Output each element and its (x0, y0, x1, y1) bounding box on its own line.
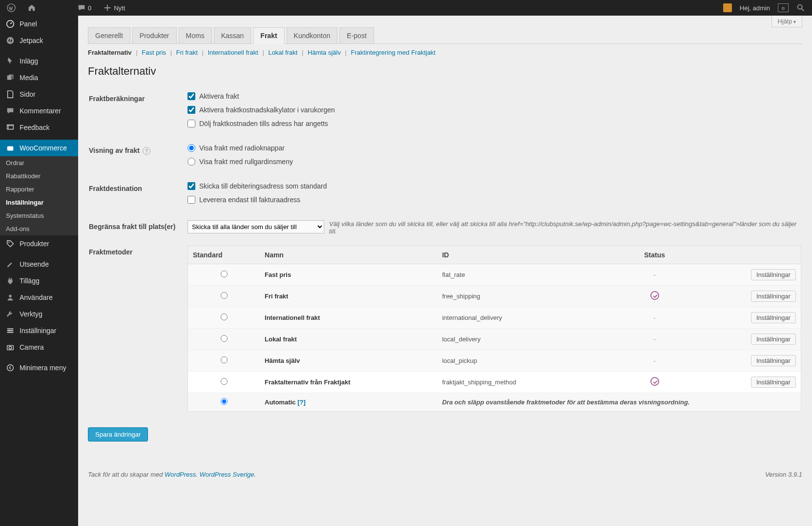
sliders-icon (6, 326, 15, 335)
alert-box[interactable] (723, 3, 732, 12)
adminbar: 0 Nytt Hej, admin ⎋ (0, 0, 812, 16)
radio-std-auto[interactable] (221, 398, 228, 405)
method-id: local_delivery (437, 329, 614, 350)
collapse-icon (6, 363, 15, 372)
method-id: flat_rate (437, 264, 614, 286)
sidebar-item-comments[interactable]: Kommentarer (0, 103, 78, 119)
subtab-internationell[interactable]: Internationell frakt (208, 49, 258, 56)
sidebar-item-pages[interactable]: Sidor (0, 86, 78, 103)
link-wordpress[interactable]: WordPress (165, 471, 196, 478)
sidebar-item-media[interactable]: Media (0, 69, 78, 86)
help-icon[interactable]: ? (143, 147, 150, 155)
label-destination: Fraktdestination (89, 177, 187, 214)
home-icon (27, 3, 36, 12)
help-tab[interactable]: Hjälp (771, 16, 802, 27)
sidebar-item-products[interactable]: Produkter (0, 235, 78, 252)
sidebar-item-users[interactable]: Användare (0, 289, 78, 306)
new-link[interactable]: Nytt (100, 3, 128, 12)
sidebar-item-collapse[interactable]: Minimera meny (0, 359, 78, 376)
radio-display-radio[interactable] (187, 144, 195, 152)
plus-icon (103, 3, 112, 12)
dashboard-icon (6, 20, 15, 28)
svg-point-9 (11, 330, 13, 332)
radio-std[interactable] (221, 292, 228, 299)
subtab-fraktjakt[interactable]: Fraktintegrering med Fraktjakt (351, 49, 436, 56)
save-button[interactable]: Spara ändringar (88, 427, 148, 442)
sidebar-item-settings[interactable]: Inställningar (0, 322, 78, 339)
radio-std[interactable] (221, 335, 228, 342)
settings-button[interactable]: Inställningar (751, 334, 796, 345)
restrict-desc: Välj vilka länder som du vill skicka til… (329, 220, 801, 235)
subtab-hamta[interactable]: Hämta själv (308, 49, 341, 56)
subtab-frifrakt[interactable]: Fri frakt (176, 49, 198, 56)
svg-point-12 (9, 346, 11, 349)
comments-link[interactable]: 0 (74, 3, 94, 12)
chk-enable-shipping[interactable] (187, 92, 195, 100)
sub-systemstatus[interactable]: Systemstatus (0, 209, 78, 222)
settings-button[interactable]: Inställningar (751, 291, 796, 302)
subtab-fraktalternativ[interactable]: Fraktalternativ (88, 49, 132, 56)
table-row: Internationell fraktinternational_delive… (188, 307, 801, 329)
settings-button[interactable]: Inställningar (751, 377, 796, 388)
sidebar-item-posts[interactable]: Inlägg (0, 53, 78, 69)
radio-std[interactable] (221, 378, 228, 385)
method-name: Fri frakt (260, 286, 437, 307)
chk-enable-calc[interactable] (187, 106, 195, 114)
table-row: Hämta självlocal_pickup-Inställningar (188, 350, 801, 372)
cart-icon (6, 144, 15, 152)
tab-epost[interactable]: E-post (339, 27, 374, 43)
sub-rapporter[interactable]: Rapporter (0, 183, 78, 196)
media-icon (6, 73, 15, 82)
tab-produkter[interactable]: Produkter (132, 27, 177, 43)
radio-std[interactable] (221, 271, 228, 277)
sidebar-item-tools[interactable]: Verktyg (0, 306, 78, 322)
select-restrict[interactable]: Skicka till alla länder som du säljer ti… (187, 220, 324, 233)
sidebar-item-feedback[interactable]: Feedback (0, 119, 78, 136)
settings-button[interactable]: Inställningar (751, 269, 796, 280)
th-standard: Standard (188, 246, 260, 264)
sub-installningar[interactable]: Inställningar (0, 196, 78, 209)
sidebar-item-appearance[interactable]: Utseende (0, 256, 78, 273)
settings-button[interactable]: Inställningar (751, 312, 796, 323)
sidebar-item-panel[interactable]: Panel (0, 16, 78, 32)
tab-moms[interactable]: Moms (179, 27, 212, 43)
link-wpse[interactable]: WordPress Sverige (200, 471, 254, 478)
sidebar-item-plugins[interactable]: Tillägg (0, 273, 78, 289)
home-link[interactable] (24, 3, 39, 12)
sub-rabattkoder[interactable]: Rabattkoder (0, 169, 78, 183)
logout-icon[interactable]: ⎋ (778, 3, 789, 12)
auto-help-link[interactable]: [?] (297, 399, 306, 406)
chk-ship-billing[interactable] (187, 182, 195, 190)
sidebar-item-woocommerce[interactable]: WooCommerce (0, 140, 78, 156)
tab-kassan[interactable]: Kassan (214, 27, 251, 43)
camera-icon (6, 343, 15, 352)
method-id: fraktjakt_shipping_method (437, 372, 614, 393)
wp-logo[interactable] (4, 3, 19, 12)
tab-kundkonton[interactable]: Kundkonton (287, 27, 338, 43)
th-name: Namn (260, 246, 437, 264)
search-icon[interactable] (793, 3, 808, 12)
new-label: Nytt (114, 4, 125, 12)
settings-button[interactable]: Inställningar (751, 355, 796, 366)
shipping-methods-table: Standard Namn ID Status Fast prisflat_ra… (187, 246, 801, 412)
sidebar-item-camera[interactable]: Camera (0, 339, 78, 356)
tab-frakt[interactable]: Frakt (253, 27, 284, 44)
sub-ordrar[interactable]: Ordrar (0, 156, 78, 169)
subtab-fastpris[interactable]: Fast pris (142, 49, 166, 56)
radio-display-dropdown[interactable] (187, 158, 195, 166)
chk-deliver-only[interactable] (187, 196, 195, 204)
tab-generellt[interactable]: Generellt (88, 27, 130, 43)
table-row: Lokal fraktlocal_delivery-Inställningar (188, 329, 801, 350)
radio-std[interactable] (221, 357, 228, 363)
chk-hide-until[interactable] (187, 120, 195, 127)
greeting[interactable]: Hej, admin (737, 4, 773, 12)
tag-icon (6, 239, 15, 248)
sidebar-item-jetpack[interactable]: Jetpack (0, 32, 78, 49)
sub-addons[interactable]: Add-ons (0, 222, 78, 235)
auto-desc: Dra och släpp ovanstående fraktmetoder f… (437, 393, 801, 412)
svg-point-13 (7, 365, 14, 371)
status-ok-icon (650, 291, 659, 300)
wrench-icon (6, 310, 15, 318)
radio-std[interactable] (221, 314, 228, 320)
subtab-lokal[interactable]: Lokal frakt (268, 49, 297, 56)
